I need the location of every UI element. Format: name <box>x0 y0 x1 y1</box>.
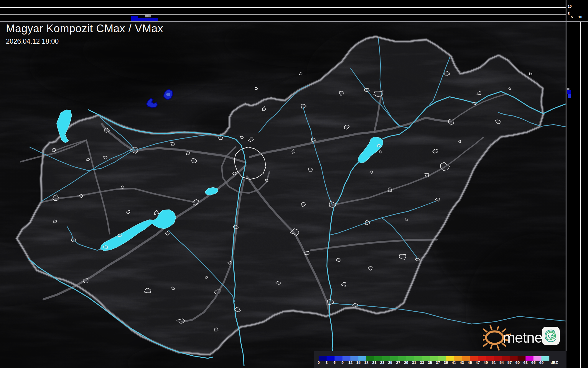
colorbar-cell <box>518 356 526 361</box>
colorbar-tick-label: 37 <box>436 360 440 365</box>
right-axis-tick-label: 5 <box>571 15 573 19</box>
colorbar-tick-label: 60 <box>515 360 520 365</box>
colorbar-cell <box>462 356 470 361</box>
colorbar-cell <box>526 356 533 361</box>
colorbar-tick-label: 41 <box>452 360 456 365</box>
colorbar-tick-label: 51 <box>492 360 496 365</box>
top-profile-strip <box>0 0 566 21</box>
colorbar-cell <box>327 356 335 361</box>
horizontal-divider <box>0 21 588 22</box>
colorbar-tick-label: 45 <box>468 360 472 365</box>
radar-screen: Magyar Kompozit CMax / VMax 2026.04.12 1… <box>0 0 588 368</box>
right-strip-echo <box>567 88 569 90</box>
page-title: Magyar Kompozit CMax / VMax <box>6 22 163 35</box>
colorbar-cell <box>366 356 374 361</box>
settlement-outline <box>459 140 461 143</box>
colorbar-cell <box>438 356 446 361</box>
right-axis-gridline <box>573 22 573 368</box>
right-profile-strip <box>566 21 588 368</box>
colorbar-cell <box>414 356 422 361</box>
colorbar-cell <box>494 356 502 361</box>
colorbar-cell <box>541 356 549 361</box>
top-axis-gridline <box>0 7 566 8</box>
colorbar-cell <box>374 356 382 361</box>
colorbar-cell <box>319 356 327 361</box>
radar-map <box>0 22 566 368</box>
colorbar-tick-label: 9 <box>341 360 343 365</box>
colorbar-tick-label: 15 <box>356 360 360 365</box>
colorbar-cell <box>382 356 390 361</box>
right-strip-echo <box>568 94 571 98</box>
logo-wordmark: metnet <box>503 329 546 346</box>
colorbar-tick-label: 49 <box>484 360 488 365</box>
colorbar-cell <box>446 356 454 361</box>
colorbar-tick-label: 6 <box>333 360 335 365</box>
colorbar-tick-label: 47 <box>476 360 480 365</box>
colorbar-tick-label: 43 <box>460 360 464 365</box>
colorbar-cell <box>390 356 398 361</box>
settlement-outline <box>405 219 407 221</box>
colorbar-tick-label: 3 <box>325 360 327 365</box>
top-axis-tick-label: 10 <box>568 5 571 8</box>
settlement-outline <box>240 136 243 138</box>
colorbar-tick-label: 27 <box>396 360 400 365</box>
colorbar-tick-label: 23 <box>380 360 384 365</box>
top-strip-echo <box>145 15 148 17</box>
colorbar-cell <box>342 356 350 361</box>
colorbar-cell <box>406 356 414 361</box>
colorbar-cell <box>398 356 406 361</box>
colorbar-cell <box>533 356 541 361</box>
colorbar-tick-label: 31 <box>412 360 416 365</box>
settlement-outline <box>218 137 223 140</box>
colorbar-tick-label: 18 <box>364 360 368 365</box>
settlement-outline <box>304 251 309 255</box>
colorbar-cell <box>430 356 438 361</box>
colorbar-cell <box>478 356 486 361</box>
vertical-divider <box>566 0 566 368</box>
colorbar-tick-label: 66 <box>531 360 536 365</box>
colorbar-cell <box>470 356 478 361</box>
colorbar-tick-label: 33 <box>420 360 424 365</box>
top-strip-echo <box>148 15 151 17</box>
metnet-logo: metnet <box>483 324 571 351</box>
timestamp: 2026.04.12 18:00 <box>6 37 163 45</box>
colorbar-unit: dBZ <box>551 360 558 365</box>
app-swirl-icon <box>542 327 560 345</box>
settlement-outline <box>364 88 369 92</box>
colorbar-cell <box>358 356 366 361</box>
colorbar-tick-label: 57 <box>508 360 512 365</box>
colorbar-cell <box>510 356 518 361</box>
settlement-outline <box>233 172 236 175</box>
colorbar-tick-label: 63 <box>523 360 528 365</box>
title-block: Magyar Kompozit CMax / VMax 2026.04.12 1… <box>6 22 163 45</box>
colorbar-tick-label: 54 <box>500 360 504 365</box>
settlement-outline <box>379 151 381 153</box>
colorbar-tick-label: 39 <box>444 360 448 365</box>
radar-echo-core <box>166 93 170 96</box>
right-axis-tick-label: 10 <box>578 15 582 19</box>
colorbar-tick-label: 0 <box>317 360 319 365</box>
dbz-colorbar: 0369121518212325272931333537394143454749… <box>314 351 566 368</box>
top-axis-tick-label: 5 <box>568 12 570 16</box>
colorbar-cell <box>335 356 342 361</box>
colorbar-cell <box>502 356 510 361</box>
axis-corner <box>566 0 588 21</box>
colorbar-tick-label: 29 <box>404 360 408 365</box>
right-axis-gridline <box>580 22 581 368</box>
colorbar-tick-label: 35 <box>428 360 432 365</box>
colorbar-cell <box>350 356 358 361</box>
colorbar-tick-label: 25 <box>388 360 392 365</box>
colorbar-cell <box>486 356 494 361</box>
colorbar-tick-label: 12 <box>348 360 353 365</box>
colorbar-cell <box>454 356 462 361</box>
settlement-outline <box>509 88 511 90</box>
top-strip-echo <box>138 18 158 21</box>
top-strip-echo <box>131 16 138 21</box>
colorbar-tick-label: 21 <box>372 360 376 365</box>
settlement-outline <box>309 168 312 172</box>
colorbar-tick-label: 69 <box>539 360 543 365</box>
colorbar-cell <box>422 356 430 361</box>
top-axis-gridline <box>0 14 566 15</box>
